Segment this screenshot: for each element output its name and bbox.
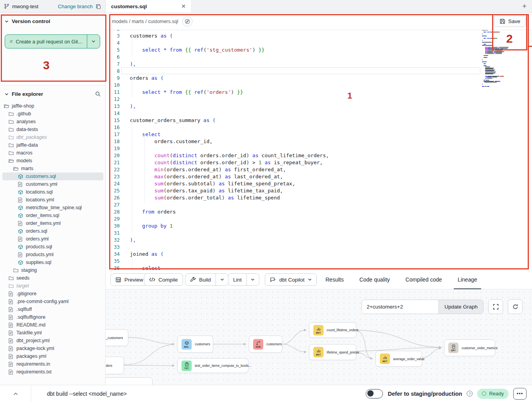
file-tree-item-package-lock-yml[interactable]: package-lock.yml: [2, 345, 103, 352]
version-control-header[interactable]: Version control: [0, 13, 105, 28]
lineage-node-count-lifetime-orders[interactable]: METcount_lifetime_orders: [309, 322, 356, 338]
code-line-23[interactable]: 23 max(orders.ordered_at) as last_ordere…: [106, 173, 532, 180]
file-tree-item-order-items-yml[interactable]: order_items.yml: [2, 219, 103, 227]
file-tree-item-target[interactable]: target: [2, 282, 103, 290]
code-line-9[interactable]: 9orders as (: [106, 74, 532, 81]
file-tree-item-orders-sql[interactable]: orders.sql: [2, 227, 103, 235]
refresh-button[interactable]: [508, 299, 523, 314]
build-button[interactable]: Build: [185, 273, 228, 286]
file-tree-item--gitignore[interactable]: .gitignore: [2, 290, 103, 298]
code-line-22[interactable]: 22 min(orders.ordered_at) as first_order…: [106, 166, 532, 173]
file-tree-item-locations-sql[interactable]: locations.sql: [2, 188, 103, 196]
lineage-node-orders[interactable]: orders: [106, 357, 124, 374]
code-line-20[interactable]: 20 count(distinct orders.order_id) as co…: [106, 152, 532, 159]
code-line-29[interactable]: 29: [106, 215, 532, 222]
code-line-17[interactable]: 17 select: [106, 131, 532, 138]
lineage-node-customers[interactable]: MDLcustomers: [177, 336, 213, 353]
copilot-compass-button[interactable]: [182, 16, 192, 27]
file-tree-item-metricflow-time-spine-sql[interactable]: metricflow_time_spine.sql: [2, 204, 103, 212]
code-line-33[interactable]: 33: [106, 243, 532, 250]
code-line-4[interactable]: 4: [106, 39, 532, 46]
new-tab-button[interactable]: +: [522, 2, 527, 11]
file-tree-item-marts[interactable]: marts: [2, 165, 103, 172]
lineage-node-average-order-value[interactable]: METaverage_order_value: [376, 351, 422, 367]
file-tree-item-jaffle-shop[interactable]: jaffle-shop: [2, 102, 103, 110]
search-icon[interactable]: [95, 91, 101, 97]
code-line-31[interactable]: 31: [106, 229, 532, 236]
code-line-28[interactable]: 28 from orders: [106, 208, 532, 215]
code-line-34[interactable]: 34joined as (: [106, 250, 532, 257]
file-tree-item--github[interactable]: .github: [2, 110, 103, 118]
defer-toggle[interactable]: [366, 389, 383, 398]
lint-dropdown[interactable]: [246, 274, 259, 285]
tab-code-quality[interactable]: Code quality: [359, 270, 391, 289]
editor-scrollbar[interactable]: [529, 30, 532, 270]
code-line-18[interactable]: 18 orders.customer_id,: [106, 138, 532, 145]
preview-button[interactable]: Preview: [110, 273, 148, 286]
code-line-10[interactable]: 10: [106, 81, 532, 88]
command-input[interactable]: dbt build --select <model_name>: [47, 391, 127, 397]
create-pr-button[interactable]: Create a pull request on Git...: [5, 34, 100, 48]
save-button[interactable]: Save: [494, 16, 526, 27]
command-bar-expand[interactable]: [0, 385, 31, 402]
build-dropdown[interactable]: [216, 274, 228, 285]
lineage-node-test-order-items-compute-to-bools-[interactable]: TSTtest_order_items_compute_to_bools...: [177, 358, 248, 373]
file-tree-item-customers-sql[interactable]: customers.sql: [2, 172, 103, 180]
code-line-7[interactable]: 7),: [106, 60, 532, 67]
code-line-32[interactable]: 32),: [106, 236, 532, 243]
file-tree-item-customers-yml[interactable]: customers.yml: [2, 180, 103, 188]
code-line-5[interactable]: 5 select * from {{ ref('stg_customers') …: [106, 46, 532, 53]
update-graph-button[interactable]: Update Graph: [439, 300, 483, 314]
file-tree-item-products-sql[interactable]: products.sql: [2, 243, 103, 251]
lineage-selector-input[interactable]: 2+customers+2: [362, 300, 439, 314]
file-explorer-header[interactable]: File explorer: [0, 86, 106, 100]
code-line-12[interactable]: 12: [106, 95, 532, 102]
more-options-button[interactable]: •••: [513, 388, 527, 400]
file-tree-item-requirements-txt[interactable]: requirements.txt: [2, 368, 103, 376]
file-tree-item-orders-yml[interactable]: orders.yml: [2, 235, 103, 243]
file-tree-item-taskfile-yml[interactable]: Taskfile.yml: [2, 329, 103, 337]
file-tree-item-staging[interactable]: staging: [2, 266, 103, 274]
file-tree-item--sqlfluff[interactable]: .sqlfluff: [2, 305, 103, 313]
code-line-3[interactable]: 3customers as (: [106, 32, 532, 39]
fullscreen-button[interactable]: [488, 299, 503, 314]
code-line-36[interactable]: 36 select: [106, 264, 532, 270]
file-tree-item-dbt-packages[interactable]: dbt_packages: [2, 133, 103, 141]
copy-icon[interactable]: [95, 4, 101, 9]
code-line-25[interactable]: 25 sum(orders.tax_paid) as lifetime_tax_…: [106, 187, 532, 194]
lint-button[interactable]: Lint: [228, 273, 259, 286]
file-tree-item-supplies-sql[interactable]: supplies.sql: [2, 258, 103, 266]
file-tree-item-macros[interactable]: macros: [2, 149, 103, 157]
code-line-27[interactable]: 27: [106, 201, 532, 208]
tab-compiled-code[interactable]: Compiled code: [405, 270, 443, 289]
file-tree-item-products-yml[interactable]: products.yml: [2, 251, 103, 258]
file-tree-item-jaffle-data[interactable]: jaffle-data: [2, 141, 103, 149]
file-tree-item-packages-yml[interactable]: packages.yml: [2, 352, 103, 360]
code-line-21[interactable]: 21 count(distinct orders.order_id) > 1 a…: [106, 159, 532, 166]
code-line-24[interactable]: 24 sum(orders.subtotal) as lifetime_spen…: [106, 180, 532, 187]
lineage-node-blank[interactable]: [106, 377, 153, 385]
code-line-15[interactable]: 15customer_orders_summary as (: [106, 117, 532, 124]
code-line-13[interactable]: 13),: [106, 102, 532, 109]
file-tree-item--pre-commit-config-yaml[interactable]: .pre-commit-config.yaml: [2, 298, 103, 305]
editor-minimap[interactable]: [482, 30, 516, 111]
file-tree-item--sqlfluffignore[interactable]: .sqlfluffignore: [2, 313, 103, 321]
code-line-16[interactable]: 16: [106, 124, 532, 131]
tab-results[interactable]: Results: [325, 270, 345, 289]
file-tree-item-requirements-in[interactable]: requirements.in: [2, 360, 103, 368]
code-line-6[interactable]: 6: [106, 53, 532, 60]
tab-close-icon[interactable]: ✕: [181, 3, 186, 9]
tab-customers-sql[interactable]: customers.sql ✕: [106, 0, 192, 13]
code-line-35[interactable]: 35: [106, 257, 532, 264]
code-editor[interactable]: 23customers as (45 select * from {{ ref(…: [106, 30, 532, 270]
code-line-30[interactable]: 30 group by 1: [106, 222, 532, 229]
file-tree-item-data-tests[interactable]: data-tests: [2, 126, 103, 133]
code-line-11[interactable]: 11 select * from {{ ref('orders') }}: [106, 88, 532, 95]
code-line-14[interactable]: 14: [106, 109, 532, 117]
help-icon[interactable]: ?: [467, 391, 473, 397]
lineage-node-lifetime-spend-pretax[interactable]: METlifetime_spend_pretax: [309, 344, 356, 360]
tab-lineage[interactable]: Lineage: [457, 270, 478, 289]
file-tree-item-seeds[interactable]: seeds: [2, 274, 103, 282]
change-branch-link[interactable]: Change branch: [58, 4, 93, 9]
file-tree-item-dbt-project-yml[interactable]: dbt_project.yml: [2, 337, 103, 345]
